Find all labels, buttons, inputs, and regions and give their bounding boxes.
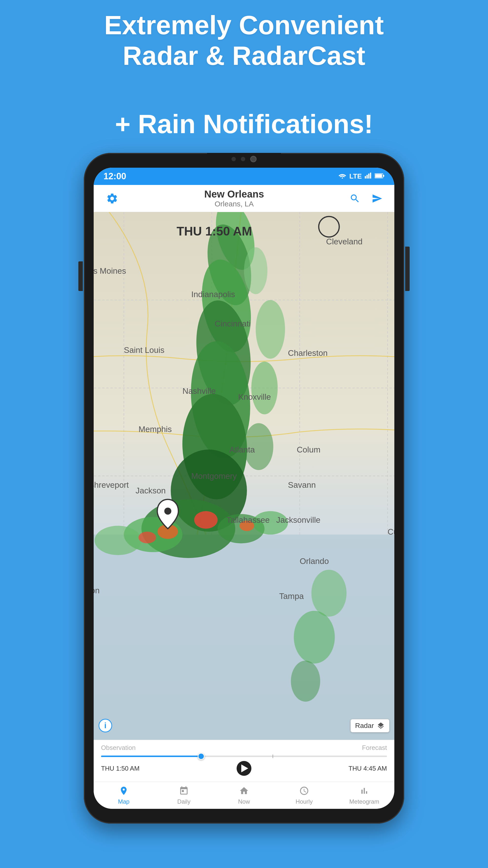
notch-dot-right <box>241 157 245 161</box>
map-nav-icon <box>119 786 129 797</box>
phone-notch <box>207 153 281 165</box>
battery-icon <box>375 173 385 180</box>
timeline-divider <box>272 754 273 758</box>
notch-camera <box>250 156 257 162</box>
svg-text:Colum: Colum <box>297 445 320 454</box>
timeline-start-time: THU 1:50 AM <box>101 765 139 772</box>
info-button[interactable]: i <box>99 719 112 733</box>
svg-text:Tampa: Tampa <box>279 592 304 601</box>
map-area[interactable]: THU 1:50 AM Des Moines Cleveland Indiana… <box>94 212 394 740</box>
timeline-times: THU 1:50 AM THU 4:45 AM <box>101 761 387 776</box>
city-name: New Orleans <box>121 189 348 200</box>
meteogram-nav-icon <box>359 786 369 797</box>
radar-layer-button[interactable]: Radar <box>351 719 389 733</box>
svg-text:Cleveland: Cleveland <box>326 237 363 246</box>
svg-point-32 <box>244 247 267 294</box>
status-icons: LTE <box>338 173 385 180</box>
nav-item-now[interactable]: Now <box>214 782 274 809</box>
now-nav-label: Now <box>238 798 250 805</box>
lte-label: LTE <box>349 173 362 180</box>
svg-rect-6 <box>375 174 382 178</box>
svg-text:Jackson: Jackson <box>135 486 166 495</box>
timeline-progress <box>101 755 201 757</box>
location-button[interactable] <box>370 191 385 206</box>
timeline-labels: Observation Forecast <box>101 744 387 752</box>
play-icon <box>241 765 248 772</box>
svg-rect-1 <box>365 176 366 179</box>
notch-dot-left <box>231 157 236 161</box>
svg-point-37 <box>294 611 335 663</box>
svg-text:Memphis: Memphis <box>138 425 172 434</box>
hourly-nav-icon <box>299 786 309 797</box>
svg-text:Des Moines: Des Moines <box>94 266 126 275</box>
forecast-label: Forecast <box>362 744 387 752</box>
radar-svg: THU 1:50 AM Des Moines Cleveland Indiana… <box>94 212 394 740</box>
search-button[interactable] <box>348 191 362 206</box>
svg-point-34 <box>251 362 278 414</box>
svg-text:Savann: Savann <box>288 480 316 490</box>
settings-button[interactable] <box>103 190 121 207</box>
status-bar: 12:00 LTE <box>94 168 394 185</box>
svg-point-0 <box>342 178 343 179</box>
phone-screen: 12:00 LTE <box>94 168 394 809</box>
svg-text:Tallahassee: Tallahassee <box>227 516 270 525</box>
svg-point-25 <box>95 526 141 555</box>
nav-item-hourly[interactable]: Hourly <box>274 782 334 809</box>
location-info: New Orleans Orleans, LA <box>121 189 348 208</box>
svg-text:Jacksonville: Jacksonville <box>276 516 320 525</box>
svg-rect-2 <box>366 175 368 179</box>
gear-icon <box>106 192 118 205</box>
daily-nav-label: Daily <box>177 798 190 805</box>
timeline-area: Observation Forecast THU 1:50 AM THU 4:4… <box>94 740 394 782</box>
svg-text:Knoxville: Knoxville <box>238 392 271 401</box>
svg-text:Indianapolis: Indianapolis <box>191 290 235 299</box>
svg-text:THU  1:50 AM: THU 1:50 AM <box>177 224 252 238</box>
radar-label: Radar <box>355 722 374 730</box>
navigation-icon <box>372 193 383 204</box>
daily-nav-icon <box>179 786 189 797</box>
app-header: New Orleans Orleans, LA <box>94 185 394 212</box>
nav-item-daily[interactable]: Daily <box>154 782 214 809</box>
svg-text:Cincinnati: Cincinnati <box>215 319 251 328</box>
header-actions <box>348 191 385 206</box>
svg-text:Nashville: Nashville <box>183 386 216 396</box>
layers-icon <box>377 722 385 730</box>
svg-rect-7 <box>383 175 384 177</box>
timeline-end-time: THU 4:45 AM <box>349 765 387 772</box>
svg-rect-3 <box>368 174 369 179</box>
info-icon: i <box>104 721 106 730</box>
svg-point-41 <box>164 507 171 515</box>
hero-subtitle: + Rain Notifications! <box>0 108 488 139</box>
hero-line1: Extremely Convenient <box>104 10 384 40</box>
status-time: 12:00 <box>103 171 126 182</box>
observation-label: Observation <box>101 744 135 752</box>
svg-point-28 <box>194 511 218 529</box>
timeline-track[interactable] <box>101 755 387 757</box>
svg-text:Cul: Cul <box>388 527 394 536</box>
svg-text:Montgomery: Montgomery <box>191 471 237 480</box>
svg-point-38 <box>291 661 320 702</box>
timeline-thumb[interactable] <box>198 753 204 760</box>
svg-point-33 <box>256 300 285 359</box>
svg-point-40 <box>319 217 339 237</box>
city-region: Orleans, LA <box>121 200 348 208</box>
nav-item-map[interactable]: Map <box>94 782 154 809</box>
now-nav-icon <box>239 786 249 797</box>
svg-rect-8 <box>94 535 394 740</box>
svg-text:lon: lon <box>94 586 100 595</box>
svg-text:Orlando: Orlando <box>300 557 329 566</box>
signal-icon <box>365 173 372 180</box>
search-icon <box>350 193 360 204</box>
play-button[interactable] <box>237 761 251 776</box>
svg-point-30 <box>138 532 156 544</box>
svg-rect-4 <box>370 173 371 179</box>
map-nav-label: Map <box>118 798 130 805</box>
svg-text:Saint Louis: Saint Louis <box>124 345 165 354</box>
nav-item-meteogram[interactable]: Meteogram <box>334 782 394 809</box>
bottom-navigation: Map Daily Now <box>94 782 394 809</box>
svg-text:Atlanta: Atlanta <box>229 445 255 454</box>
svg-text:Shreveport: Shreveport <box>94 480 129 490</box>
hourly-nav-label: Hourly <box>295 798 313 805</box>
phone-mockup: 12:00 LTE <box>84 153 404 824</box>
hero-line2: Radar & RadarCast <box>123 41 365 70</box>
